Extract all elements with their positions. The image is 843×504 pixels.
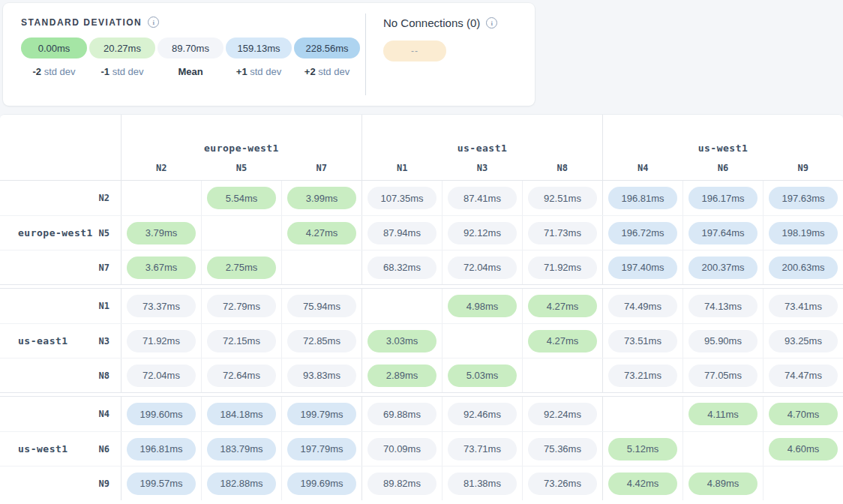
empty-cell [442,324,522,358]
node-row-label[interactable]: N1 [99,301,121,311]
latency-cell: 197.40ms [602,250,682,284]
latency-pill[interactable]: 4.42ms [608,472,677,495]
latency-pill[interactable]: 183.79ms [207,438,276,460]
latency-pill[interactable]: 69.88ms [368,403,436,425]
latency-pill[interactable]: 199.79ms [287,403,356,425]
no-connections-info-icon[interactable]: i [486,17,497,28]
node-column-label[interactable]: N5 [202,157,282,173]
latency-pill[interactable]: 95.90ms [688,330,758,352]
latency-pill[interactable]: 75.94ms [287,295,356,317]
latency-pill[interactable]: 5.54ms [207,187,276,209]
latency-pill[interactable]: 107.35ms [368,187,436,209]
latency-cell: 183.79ms [201,432,281,466]
latency-pill[interactable]: 199.60ms [127,403,196,425]
latency-pill[interactable]: 196.81ms [608,187,677,209]
latency-pill[interactable]: 5.03ms [448,364,517,387]
latency-pill[interactable]: 4.27ms [287,222,356,244]
latency-pill[interactable]: 92.51ms [528,187,597,209]
latency-pill[interactable]: 4.11ms [688,403,758,425]
latency-pill[interactable]: 72.79ms [207,295,276,317]
node-row-label[interactable]: N7 [99,262,121,273]
latency-pill[interactable]: 4.27ms [528,330,597,352]
latency-pill[interactable]: 197.64ms [688,222,758,244]
latency-pill[interactable]: 198.19ms [769,222,838,244]
latency-pill[interactable]: 4.60ms [769,438,838,460]
latency-pill[interactable]: 4.89ms [688,472,758,495]
latency-pill[interactable]: 200.63ms [769,256,838,279]
latency-pill[interactable]: 197.79ms [287,438,356,460]
node-column-label[interactable]: N2 [122,157,202,173]
latency-pill[interactable]: 5.12ms [608,438,677,460]
node-row-label[interactable]: N9 [99,478,121,489]
node-column-label[interactable]: N4 [603,157,683,173]
latency-pill[interactable]: 196.81ms [127,438,196,460]
latency-pill[interactable]: 92.12ms [448,222,517,244]
node-row-label[interactable]: N2 [99,193,121,203]
latency-pill[interactable]: 197.40ms [608,256,677,279]
latency-pill[interactable]: 3.03ms [368,330,436,352]
latency-pill[interactable]: 196.72ms [608,222,677,244]
latency-pill[interactable]: 72.04ms [448,256,517,279]
latency-pill[interactable]: 4.27ms [528,295,597,317]
latency-pill[interactable]: 87.41ms [448,187,517,209]
latency-pill[interactable]: 3.99ms [287,187,356,209]
latency-pill[interactable]: 72.15ms [207,330,276,352]
latency-pill[interactable]: 74.13ms [688,295,758,317]
latency-pill[interactable]: 184.18ms [207,403,276,425]
latency-pill[interactable]: 199.69ms [287,472,356,495]
latency-pill[interactable]: 93.83ms [287,364,356,387]
node-column-label[interactable]: N7 [281,157,362,173]
latency-pill[interactable]: 182.88ms [207,472,276,495]
latency-pill[interactable]: 71.73ms [528,222,597,244]
node-column-label[interactable]: N3 [442,157,523,173]
latency-pill[interactable]: 2.89ms [368,364,436,387]
latency-pill[interactable]: 75.36ms [528,438,597,460]
latency-pill[interactable]: 74.49ms [608,295,677,317]
latency-pill[interactable]: 73.41ms [769,295,838,317]
node-row-label[interactable]: N6 [99,444,121,454]
latency-pill[interactable]: 77.05ms [688,364,758,387]
latency-pill[interactable]: 92.24ms [528,403,597,425]
latency-pill[interactable]: 71.92ms [528,256,597,279]
latency-pill[interactable]: 2.75ms [207,256,276,279]
latency-pill[interactable]: 70.09ms [368,438,436,460]
latency-cell: 197.79ms [281,432,362,466]
node-column-label[interactable]: N1 [362,157,442,173]
latency-pill[interactable]: 89.82ms [368,472,436,495]
latency-pill[interactable]: 72.04ms [127,364,196,387]
node-row-label[interactable]: N8 [99,370,121,381]
latency-pill[interactable]: 92.46ms [448,403,517,425]
std-dev-info-icon[interactable]: i [148,16,159,28]
latency-pill[interactable]: 72.85ms [287,330,356,352]
latency-pill[interactable]: 197.63ms [769,187,838,209]
node-column-label[interactable]: N9 [763,157,843,173]
latency-pill[interactable]: 73.26ms [528,472,597,495]
node-column-label[interactable]: N6 [683,157,764,173]
latency-pill[interactable]: 93.25ms [769,330,838,352]
node-row-label[interactable]: N5 [99,228,121,238]
latency-pill[interactable]: 73.37ms [127,295,196,317]
latency-pill[interactable]: 73.21ms [608,364,677,387]
latency-pill[interactable]: 81.38ms [448,472,517,495]
latency-pill[interactable]: 4.98ms [448,295,517,317]
node-column-label[interactable]: N8 [522,157,602,173]
latency-pill[interactable]: 200.37ms [688,256,758,279]
latency-pill[interactable]: 74.47ms [769,364,838,387]
latency-pill[interactable]: 199.57ms [127,472,196,495]
empty-cell [281,250,362,284]
latency-pill[interactable]: 87.94ms [368,222,436,244]
latency-pill[interactable]: 4.70ms [769,403,838,425]
matrix-row: N173.37ms72.79ms75.94ms4.98ms4.27ms74.49… [0,289,843,323]
latency-pill[interactable]: 72.64ms [207,364,276,387]
node-row-label[interactable]: N3 [99,336,121,346]
latency-pill[interactable]: 73.71ms [448,438,517,460]
latency-pill[interactable]: 3.67ms [127,256,196,279]
legend-stop-label: Mean [158,66,224,77]
latency-pill[interactable]: 71.92ms [127,330,196,352]
node-row-label[interactable]: N4 [99,409,121,419]
latency-pill[interactable]: 73.51ms [608,330,677,352]
matrix-row: us-west1N6196.81ms183.79ms197.79ms70.09m… [0,431,843,466]
latency-pill[interactable]: 196.17ms [688,187,758,209]
latency-pill[interactable]: 3.79ms [127,222,196,244]
latency-pill[interactable]: 68.32ms [368,256,436,279]
